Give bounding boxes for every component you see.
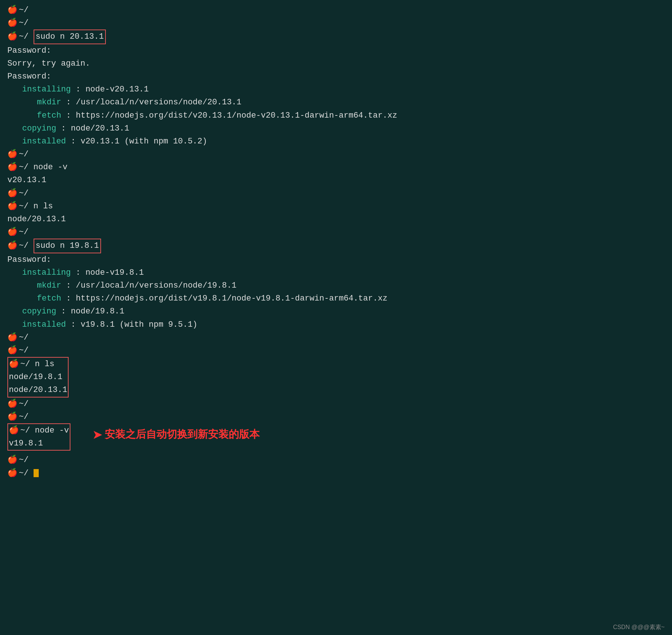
terminal-line: 🍎 ~/ sudo n 19.8.1 — [7, 239, 665, 253]
sudo-highlight: sudo n 20.13.1 — [34, 30, 106, 44]
installing-value: : node-v20.13.1 — [71, 83, 149, 96]
terminal-line: 🍎 ~/ — [7, 331, 665, 344]
prompt: ~/ — [19, 17, 28, 30]
terminal-line: 🍎 ~/ n ls — [9, 358, 67, 371]
prompt: ~/ — [19, 398, 28, 410]
installed-keyword2: installed — [22, 318, 66, 331]
terminal-line: 🍎 ~/ — [7, 398, 665, 410]
terminal-line: 🍎 ~/ — [7, 148, 665, 161]
annotation-container: ➤ 安装之后自动切换到新安装的版本 — [92, 427, 260, 442]
apple-icon: 🍎 — [7, 187, 17, 200]
apple-icon: 🍎 — [9, 424, 19, 437]
annotation-arrow-icon: ➤ — [92, 427, 103, 442]
terminal-line: copying : node/20.13.1 — [7, 122, 665, 135]
prompt: ~/ — [19, 226, 28, 239]
password-label3: Password: — [7, 253, 51, 266]
apple-icon: 🍎 — [7, 148, 17, 161]
apple-icon: 🍎 — [7, 200, 17, 213]
annotation-text: 安装之后自动切换到新安装的版本 — [105, 427, 260, 441]
node-v-block: 🍎 ~/ node -v v19.8.1 — [7, 423, 70, 451]
prompt: ~/ — [19, 200, 34, 213]
n-ls-cmd: n ls — [34, 200, 53, 213]
apple-icon: 🍎 — [7, 454, 17, 466]
installed-value2: : v19.8.1 (with npm 9.5.1) — [66, 318, 197, 331]
csdn-watermark: CSDN @@@素素~ — [613, 624, 665, 631]
prompt: ~/ — [19, 161, 34, 174]
terminal-line: Password: — [7, 253, 665, 266]
installing-keyword: installing — [22, 83, 71, 96]
terminal-line: installing : node-v19.8.1 — [7, 266, 665, 279]
prompt: ~/ — [19, 4, 28, 17]
mkdir-keyword2: mkdir — [37, 279, 61, 292]
terminal-line: Sorry, try again. — [7, 57, 665, 70]
terminal-line: node/20.13.1 — [9, 384, 67, 396]
copying-keyword: copying — [22, 122, 56, 135]
terminal-line: 🍎 ~/ n ls — [7, 200, 665, 213]
apple-icon: 🍎 — [7, 410, 17, 423]
terminal-line: 🍎 ~/ — [7, 187, 665, 200]
apple-icon: 🍎 — [7, 331, 17, 344]
prompt: ~/ — [19, 30, 34, 43]
terminal-line: fetch : https://nodejs.org/dist/v19.8.1/… — [7, 292, 665, 305]
terminal-line: Password: — [7, 70, 665, 83]
fetch-value2: : https://nodejs.org/dist/v19.8.1/node-v… — [61, 292, 388, 305]
prompt: ~/ — [19, 410, 28, 423]
apple-icon: 🍎 — [7, 467, 17, 480]
fetch-keyword2: fetch — [37, 292, 61, 305]
node-v-annotation-container: 🍎 ~/ node -v v19.8.1 ➤ 安装之后自动切换到新安装的版本 — [7, 423, 70, 451]
copying-value: : node/20.13.1 — [56, 122, 129, 135]
apple-icon: 🍎 — [9, 358, 19, 371]
node-v-cmd2: node -v — [35, 424, 69, 437]
prompt: ~/ — [19, 187, 28, 200]
installing-value2: : node-v19.8.1 — [71, 266, 144, 279]
node-v-cmd: node -v — [34, 161, 67, 174]
apple-icon: 🍎 — [7, 344, 17, 357]
apple-icon: 🍎 — [7, 398, 17, 410]
sudo-n-198-highlight: sudo n 19.8.1 — [34, 239, 101, 253]
copying-value2: : node/19.8.1 — [56, 305, 124, 318]
terminal-line: 🍎 ~/ — [7, 454, 665, 466]
terminal-line: installed : v20.13.1 (with npm 10.5.2) — [7, 135, 665, 148]
sorry-text: Sorry, try again. — [7, 57, 90, 70]
apple-icon: 🍎 — [7, 161, 17, 174]
prompt: ~/ — [19, 239, 34, 252]
prompt: ~/ — [20, 358, 35, 371]
terminal-line: Password: — [7, 44, 665, 57]
apple-icon: 🍎 — [7, 30, 17, 43]
installing-keyword2: installing — [22, 266, 71, 279]
terminal-line: 🍎 ~/ node -v — [9, 424, 69, 437]
apple-icon: 🍎 — [7, 17, 17, 30]
terminal-line: 🍎 ~/ — [7, 4, 665, 17]
prompt: ~/ — [19, 331, 28, 344]
terminal-line: node/20.13.1 — [7, 213, 665, 226]
node-list-19: node/19.8.1 — [9, 371, 62, 384]
n-ls-cmd2: n ls — [35, 358, 55, 371]
node-list-20: node/20.13.1 — [9, 384, 67, 396]
password-label2: Password: — [7, 70, 51, 83]
terminal-line: fetch : https://nodejs.org/dist/v20.13.1… — [7, 109, 665, 122]
terminal-line: v19.8.1 — [9, 437, 69, 450]
prompt: ~/ — [20, 424, 35, 437]
terminal-line: 🍎 ~/ — [7, 226, 665, 239]
installed-keyword: installed — [22, 135, 66, 148]
terminal-line: 🍎 ~/ sudo n 20.13.1 — [7, 30, 665, 44]
terminal-window: 🍎 ~/ 🍎 ~/ 🍎 ~/ sudo n 20.13.1 Password: … — [7, 4, 665, 480]
password-label: Password: — [7, 44, 51, 57]
fetch-keyword: fetch — [37, 109, 61, 122]
node-list-1: node/20.13.1 — [7, 213, 66, 226]
apple-icon: 🍎 — [7, 239, 17, 252]
mkdir-keyword: mkdir — [37, 96, 61, 109]
terminal-line: v20.13.1 — [7, 174, 665, 187]
apple-icon: 🍎 — [7, 4, 17, 17]
prompt: ~/ — [19, 454, 28, 466]
terminal-line: mkdir : /usr/local/n/versions/node/20.13… — [7, 96, 665, 109]
n-ls-block: 🍎 ~/ n ls node/19.8.1 node/20.13.1 — [7, 357, 69, 398]
terminal-line: mkdir : /usr/local/n/versions/node/19.8.… — [7, 279, 665, 292]
node-version-1: v20.13.1 — [7, 174, 46, 187]
fetch-value: : https://nodejs.org/dist/v20.13.1/node-… — [61, 109, 397, 122]
prompt: ~/ — [19, 467, 34, 480]
terminal-line: 🍎 ~/ node -v — [7, 161, 665, 174]
terminal-line: 🍎 ~/ — [7, 17, 665, 30]
mkdir-value: : /usr/local/n/versions/node/20.13.1 — [61, 96, 241, 109]
terminal-line: 🍎 ~/ — [7, 410, 665, 423]
